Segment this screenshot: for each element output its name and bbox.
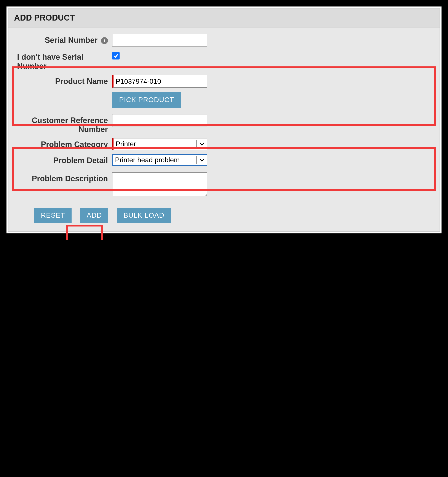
field-problem-detail — [112, 154, 435, 166]
row-serial-number: Serial Number i — [13, 34, 435, 47]
reset-button[interactable]: RESET — [34, 208, 71, 223]
button-row: RESET ADD BULK LOAD — [13, 208, 435, 223]
problem-detail-select[interactable] — [112, 154, 207, 166]
problem-category-value[interactable] — [112, 138, 207, 150]
row-no-serial: I don't have Serial Number — [13, 51, 435, 71]
field-no-serial — [112, 51, 435, 60]
add-product-panel: ADD PRODUCT Serial Number i I don't have… — [8, 8, 440, 232]
add-button[interactable]: ADD — [80, 208, 109, 223]
highlight-box-3 — [66, 225, 103, 240]
serial-number-label-text: Serial Number — [45, 36, 98, 45]
pick-product-button[interactable]: PICK PRODUCT — [112, 92, 181, 108]
row-problem-detail: Problem Detail — [13, 154, 435, 166]
problem-description-textarea[interactable] — [112, 173, 207, 196]
label-customer-ref: Customer Reference Number — [13, 114, 112, 134]
row-problem-description: Problem Description — [13, 173, 435, 197]
select-divider — [196, 156, 197, 164]
select-divider — [196, 140, 197, 148]
info-icon[interactable]: i — [101, 37, 108, 44]
problem-detail-value[interactable] — [112, 154, 207, 166]
label-problem-category: Problem Category — [13, 138, 112, 149]
field-product-name: PICK PRODUCT — [112, 75, 435, 108]
field-serial-number — [112, 34, 435, 47]
row-customer-ref: Customer Reference Number — [13, 114, 435, 134]
row-product-name: Product Name PICK PRODUCT — [13, 75, 435, 108]
checkmark-icon — [113, 53, 119, 59]
label-serial-number: Serial Number i — [13, 34, 112, 45]
label-problem-description: Problem Description — [13, 173, 112, 183]
panel-title: ADD PRODUCT — [8, 8, 440, 28]
serial-number-input[interactable] — [112, 34, 207, 47]
outer-frame: ADD PRODUCT Serial Number i I don't have… — [6, 6, 442, 233]
field-problem-description — [112, 173, 435, 197]
bulk-load-button[interactable]: BULK LOAD — [117, 208, 171, 223]
label-no-serial: I don't have Serial Number — [13, 51, 112, 71]
panel-body: Serial Number i I don't have Serial Numb… — [8, 28, 440, 232]
label-problem-detail: Problem Detail — [13, 154, 112, 165]
field-customer-ref — [112, 114, 435, 127]
no-serial-checkbox[interactable] — [112, 52, 120, 60]
field-problem-category — [112, 138, 435, 150]
row-problem-category: Problem Category — [13, 138, 435, 150]
product-name-input[interactable] — [112, 75, 207, 88]
label-product-name: Product Name — [13, 75, 112, 86]
problem-category-select[interactable] — [112, 138, 207, 150]
customer-ref-input[interactable] — [112, 114, 207, 127]
